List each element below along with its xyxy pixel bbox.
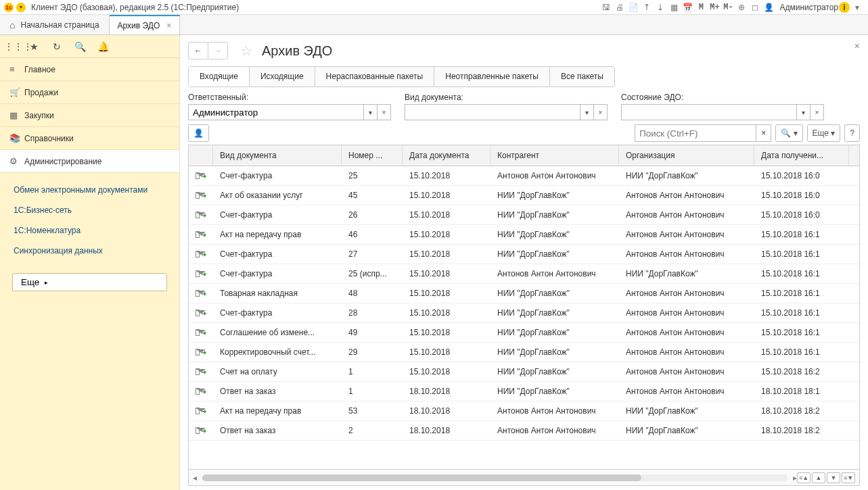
filter-doctype-input[interactable] xyxy=(405,104,580,120)
dropdown-icon[interactable]: ▾ xyxy=(364,104,378,120)
close-page-icon[interactable]: × xyxy=(854,41,860,51)
table-row[interactable]: ➜Соглашение об измене...4915.10.2018НИИ … xyxy=(189,323,859,343)
bell-icon[interactable]: 🔔 xyxy=(96,41,110,52)
page-tab-1[interactable]: Исходящие xyxy=(250,67,315,87)
search-icon[interactable]: 🔍 xyxy=(73,41,87,52)
apps-icon[interactable]: ⋮⋮⋮ xyxy=(4,41,18,52)
save-icon[interactable]: 🖫 xyxy=(600,2,612,13)
page-tab-0[interactable]: Входящие xyxy=(189,67,250,87)
memory-mminus-icon[interactable]: M- xyxy=(722,2,734,13)
table-row[interactable]: ➜Товарная накладная4815.10.2018НИИ "ДорГ… xyxy=(189,284,859,303)
page-up-icon[interactable]: ▲ xyxy=(812,472,825,483)
info-dropdown-icon[interactable]: ▾ xyxy=(851,2,863,13)
print-preview-icon[interactable]: 📄 xyxy=(627,2,639,13)
dropdown-icon[interactable]: ▾ xyxy=(797,104,810,120)
more-button[interactable]: Еще ▾ xyxy=(807,124,841,142)
sidebar-item-2[interactable]: ▦Закупки xyxy=(0,104,179,127)
app-menu-dropdown-icon[interactable]: ▾ xyxy=(16,3,26,12)
page-last-icon[interactable]: ≡▼ xyxy=(842,472,855,483)
page-first-icon[interactable]: ≡▲ xyxy=(797,472,810,483)
page-down-icon[interactable]: ▼ xyxy=(827,472,840,483)
search-input[interactable] xyxy=(635,124,756,142)
cell-received: 15.10.2018 16:0 xyxy=(754,171,849,180)
subnav-item-2[interactable]: 1С:Номенклатура xyxy=(0,220,179,241)
favorite-icon[interactable]: ★ xyxy=(27,41,41,52)
search-button[interactable]: 🔍 ▾ xyxy=(775,124,802,142)
page-tab-3[interactable]: Неотправленные пакеты xyxy=(434,67,550,87)
subnav-item-1[interactable]: 1С:Бизнес-сеть xyxy=(0,200,179,220)
info-icon[interactable]: i xyxy=(839,2,850,13)
memory-m-icon[interactable]: M xyxy=(695,2,707,13)
grid-body[interactable]: ➜Счет-фактура2515.10.2018Антонов Антон А… xyxy=(189,166,859,469)
cell-date: 15.10.2018 xyxy=(403,308,490,318)
sidebar-item-4[interactable]: ⚙Администрирование xyxy=(0,150,179,173)
table-row[interactable]: ➜Счет на оплату115.10.2018НИИ "ДорГлавКо… xyxy=(189,362,859,382)
search-box: × xyxy=(635,124,771,142)
chevron-right-icon: ▸ xyxy=(45,279,48,286)
clear-icon[interactable]: × xyxy=(594,104,608,120)
table-row[interactable]: ➜Счет-фактура2515.10.2018Антонов Антон А… xyxy=(189,166,859,186)
back-button[interactable]: ← xyxy=(188,42,208,59)
upload-icon[interactable]: ⤒ xyxy=(641,2,653,13)
table-row[interactable]: ➜Корректировочный счет...2915.10.2018НИИ… xyxy=(189,343,859,362)
sidebar-item-0[interactable]: ≡Главное xyxy=(0,58,179,81)
filter-state-label: Состояние ЭДО: xyxy=(621,93,824,102)
history-icon[interactable]: ↻ xyxy=(50,41,64,52)
clear-icon[interactable]: × xyxy=(378,104,391,120)
star-icon[interactable]: ☆ xyxy=(240,43,252,59)
clear-icon[interactable]: × xyxy=(810,104,824,120)
scroll-left-icon[interactable]: ◂ xyxy=(193,473,197,483)
col-number[interactable]: Номер ... xyxy=(342,145,403,166)
forward-button[interactable]: → xyxy=(208,42,228,59)
table-row[interactable]: ➜Счет-фактура2615.10.2018НИИ "ДорГлавКож… xyxy=(189,205,859,225)
sidebar-item-1[interactable]: 🛒Продажи xyxy=(0,81,179,104)
col-counterparty[interactable]: Контрагент xyxy=(490,145,619,166)
cell-organization: Антонов Антон Антонович xyxy=(619,191,754,200)
col-icon[interactable] xyxy=(189,145,213,166)
col-date[interactable]: Дата документа xyxy=(403,145,490,166)
table-row[interactable]: ➜Счет-фактура2715.10.2018НИИ "ДорГлавКож… xyxy=(189,245,859,264)
table-row[interactable]: ➜Счет-фактура2815.10.2018НИИ "ДорГлавКож… xyxy=(189,303,859,323)
person-filter-button[interactable]: 👤 xyxy=(188,124,209,142)
subnav-item-3[interactable]: Синхронизация данных xyxy=(0,241,179,261)
cell-doctype: Счет-фактура xyxy=(213,249,342,259)
user-name[interactable]: Администратор xyxy=(779,3,838,12)
close-tab-icon[interactable]: × xyxy=(166,21,171,30)
cell-received: 15.10.2018 16:1 xyxy=(754,230,849,239)
help-button[interactable]: ? xyxy=(844,124,860,142)
table-row[interactable]: ➜Ответ на заказ118.10.2018НИИ "ДорГлавКо… xyxy=(189,382,859,401)
table-row[interactable]: ➜Акт на передачу прав5318.10.2018Антонов… xyxy=(189,401,859,421)
filters: Ответственный: ▾ × Вид документа: ▾ × Со… xyxy=(188,93,860,120)
print-icon[interactable]: 🖨 xyxy=(614,2,626,13)
sidebar-more-button[interactable]: Еще ▸ xyxy=(12,273,167,291)
sidebar-item-3[interactable]: 📚Справочники xyxy=(0,127,179,150)
page-tab-2[interactable]: Нераспакованные пакеты xyxy=(315,67,435,87)
col-doctype[interactable]: Вид документа xyxy=(213,145,342,166)
col-received[interactable]: Дата получени... xyxy=(754,145,849,166)
window-icon[interactable]: ◻ xyxy=(749,2,761,13)
filter-resp-input[interactable] xyxy=(188,104,364,120)
memory-mplus-icon[interactable]: M+ xyxy=(708,2,721,13)
cell-received: 15.10.2018 16:1 xyxy=(754,328,849,337)
grid-footer: ◂ ▸ ≡▲ ▲ ▼ ≡▼ xyxy=(189,469,859,485)
table-row[interactable]: ➜Ответ на заказ218.10.2018Антонов Антон … xyxy=(189,421,859,441)
calculator-icon[interactable]: ▦ xyxy=(668,2,680,13)
table-row[interactable]: ➜Акт об оказании услуг4515.10.2018НИИ "Д… xyxy=(189,186,859,205)
col-organization[interactable]: Организация xyxy=(619,145,754,166)
subnav-item-0[interactable]: Обмен электронными документами xyxy=(0,180,179,200)
calendar-icon[interactable]: 📅 xyxy=(681,2,693,13)
download-icon[interactable]: ⤓ xyxy=(654,2,666,13)
page-tab-4[interactable]: Все пакеты xyxy=(550,67,614,87)
row-status-icon: ➜ xyxy=(189,408,213,415)
zoom-icon[interactable]: ⊕ xyxy=(735,2,748,13)
horizontal-scrollbar[interactable] xyxy=(202,474,787,481)
subnav: Обмен электронными документами1С:Бизнес-… xyxy=(0,173,179,268)
filter-state-input[interactable] xyxy=(621,104,797,120)
user-icon[interactable]: 👤 xyxy=(762,2,775,13)
table-row[interactable]: ➜Счет-фактура25 (испр...15.10.2018Антоно… xyxy=(189,264,859,284)
table-row[interactable]: ➜Акт на передачу прав4615.10.2018НИИ "До… xyxy=(189,225,859,245)
dropdown-icon[interactable]: ▾ xyxy=(580,104,594,120)
home-tab[interactable]: ⌂ Начальная страница xyxy=(0,15,110,34)
search-clear-icon[interactable]: × xyxy=(756,124,771,142)
active-tab[interactable]: Архив ЭДО × xyxy=(110,15,181,34)
